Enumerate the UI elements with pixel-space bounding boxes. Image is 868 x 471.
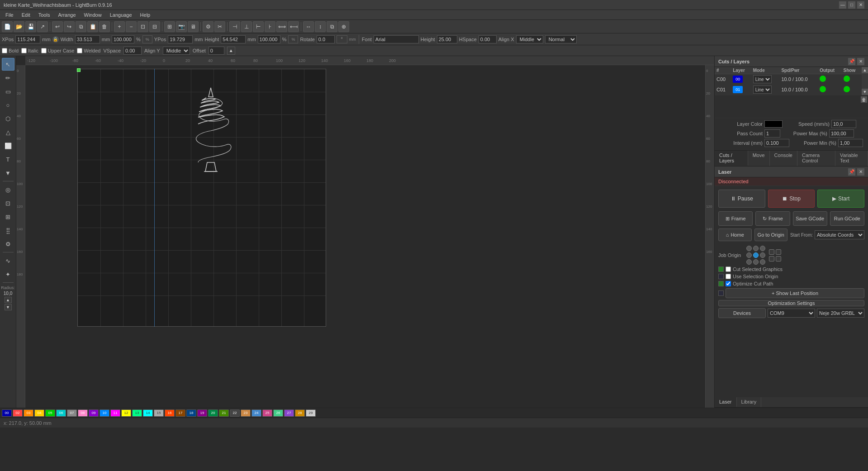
- swatch-28[interactable]: 28: [295, 409, 305, 417]
- jo-dot-mr[interactable]: [760, 252, 765, 258]
- minimize-button[interactable]: —: [839, 1, 846, 9]
- row1-output[interactable]: [818, 85, 841, 95]
- use-selection-checkbox[interactable]: [726, 274, 731, 279]
- tool-group2[interactable]: ⊞: [2, 210, 14, 223]
- normal-select[interactable]: Normal: [545, 35, 577, 43]
- menu-edit[interactable]: Edit: [18, 11, 34, 19]
- tool-array[interactable]: ⣿: [2, 224, 14, 237]
- swatch-10[interactable]: 10: [100, 409, 109, 417]
- menu-window[interactable]: Window: [81, 11, 105, 19]
- jo-dot-bc[interactable]: [753, 259, 759, 265]
- swatch-11[interactable]: 11: [110, 409, 120, 417]
- row1-show[interactable]: [842, 85, 862, 95]
- select-all-button[interactable]: ⊞: [164, 21, 175, 32]
- swatch-20[interactable]: 20: [208, 409, 218, 417]
- vspace-input[interactable]: [123, 47, 142, 55]
- swatch-07[interactable]: 07: [67, 409, 77, 417]
- tool-curve[interactable]: ∿: [2, 254, 14, 267]
- laser-pin-button[interactable]: 📌: [848, 168, 855, 176]
- tool-group1[interactable]: ⊡: [2, 197, 14, 209]
- xpos-input[interactable]: [15, 35, 40, 43]
- height-pct-input[interactable]: [258, 35, 280, 43]
- swatch-18[interactable]: 18: [186, 409, 196, 417]
- start-from-select[interactable]: Absolute Coords: [815, 230, 864, 239]
- align9-button[interactable]: ⧉: [327, 21, 337, 32]
- tool-rect[interactable]: ▭: [2, 85, 14, 98]
- jo-dot-tc[interactable]: [753, 246, 759, 251]
- hspace-input[interactable]: [479, 35, 497, 43]
- save-button[interactable]: 💾: [25, 21, 36, 32]
- swatch-27[interactable]: 27: [284, 409, 294, 417]
- start-button[interactable]: ▶ Start: [817, 190, 864, 208]
- tab-console[interactable]: Console: [770, 151, 797, 166]
- tab-cuts-layers[interactable]: Cuts / Layers: [715, 151, 748, 166]
- lp-maxpower-input[interactable]: [829, 129, 854, 138]
- swatch-21[interactable]: 21: [219, 409, 229, 417]
- swatch-02[interactable]: 02: [13, 409, 23, 417]
- tool1-button[interactable]: ⚙: [203, 21, 213, 32]
- tool-settings2[interactable]: ⚙: [2, 238, 14, 250]
- width-pct-input[interactable]: [112, 35, 134, 43]
- radius-up[interactable]: ▲: [5, 297, 12, 303]
- com-select[interactable]: COM9: [768, 309, 815, 318]
- laser-close-button[interactable]: ✕: [857, 168, 864, 176]
- swatch-19[interactable]: 19: [197, 409, 207, 417]
- jo-dot-ml[interactable]: [746, 252, 752, 258]
- bold-checkbox[interactable]: [2, 48, 7, 53]
- tool-circle[interactable]: ○: [2, 99, 14, 111]
- zoom-out-button[interactable]: −: [126, 21, 137, 32]
- save-gcode-button[interactable]: Save GCode: [793, 211, 827, 226]
- export-button[interactable]: ↗: [37, 21, 48, 32]
- rotate-input[interactable]: [317, 35, 335, 43]
- ypos-input[interactable]: [168, 35, 193, 43]
- alignx-select[interactable]: Middle: [516, 35, 543, 43]
- row0-output[interactable]: [818, 74, 841, 85]
- table-row[interactable]: C00 00 Line 10.0 / 100.0: [715, 74, 862, 85]
- menu-help[interactable]: Help: [137, 11, 154, 19]
- swatch-12[interactable]: 12: [121, 409, 131, 417]
- swatch-25[interactable]: 25: [262, 409, 272, 417]
- laser-model-select[interactable]: Neje 20w GRBL: [817, 309, 864, 318]
- zoom-fit-button[interactable]: ⊡: [138, 21, 148, 32]
- aligny-select[interactable]: Middle: [163, 47, 190, 55]
- swatch-06[interactable]: 06: [56, 409, 66, 417]
- align3-button[interactable]: ⊢: [253, 21, 264, 32]
- align5-button[interactable]: ⟺: [276, 21, 287, 32]
- swatch-24[interactable]: 24: [251, 409, 261, 417]
- tool-select[interactable]: ↖: [2, 58, 14, 71]
- jo-dot-tl[interactable]: [746, 246, 752, 251]
- swatch-05[interactable]: 05: [45, 409, 55, 417]
- tab-variable-text[interactable]: Variable Text: [835, 151, 868, 166]
- canvas-content[interactable]: [25, 65, 714, 408]
- devices-button[interactable]: Devices: [718, 308, 766, 318]
- tab-library[interactable]: Library: [737, 397, 762, 407]
- offset-up-btn[interactable]: ▲: [227, 47, 235, 55]
- copy-button[interactable]: ⧉: [76, 21, 86, 32]
- lp-pass-input[interactable]: [764, 129, 780, 138]
- tool-pin[interactable]: ▼: [2, 167, 14, 179]
- layer-scroll-up[interactable]: ▲: [862, 67, 868, 73]
- welded-checkbox[interactable]: [77, 48, 82, 53]
- camera-button[interactable]: 📷: [176, 21, 187, 32]
- zoom-in-button[interactable]: +: [114, 21, 125, 32]
- swatch-08[interactable]: 08: [78, 409, 88, 417]
- tab-laser[interactable]: Laser: [715, 397, 737, 407]
- show-last-position-button[interactable]: + Show Last Position: [726, 288, 864, 298]
- open-button[interactable]: 📂: [14, 21, 24, 32]
- jo-extra3[interactable]: [769, 256, 774, 262]
- canvas-area[interactable]: -120 -100 -80 -60 -40 -20 0 20 40 60 80 …: [16, 56, 714, 408]
- tab-camera[interactable]: Camera Control: [797, 151, 835, 166]
- align10-button[interactable]: ⊕: [338, 21, 349, 32]
- lp-interval-input[interactable]: [764, 139, 789, 147]
- menu-arrange[interactable]: Arrange: [54, 11, 79, 19]
- align8-button[interactable]: ↕: [315, 21, 326, 32]
- tab-move[interactable]: Move: [748, 151, 770, 166]
- jo-dot-br[interactable]: [760, 259, 765, 265]
- zoom-select-button[interactable]: ⊟: [149, 21, 160, 32]
- pause-button[interactable]: ⏸ Pause: [718, 190, 765, 208]
- optimize-cut-checkbox[interactable]: [726, 281, 731, 286]
- font-input[interactable]: [374, 35, 419, 43]
- tool-pen[interactable]: ✏: [2, 71, 14, 84]
- maximize-button[interactable]: □: [848, 1, 855, 9]
- radius-down[interactable]: ▼: [5, 304, 12, 310]
